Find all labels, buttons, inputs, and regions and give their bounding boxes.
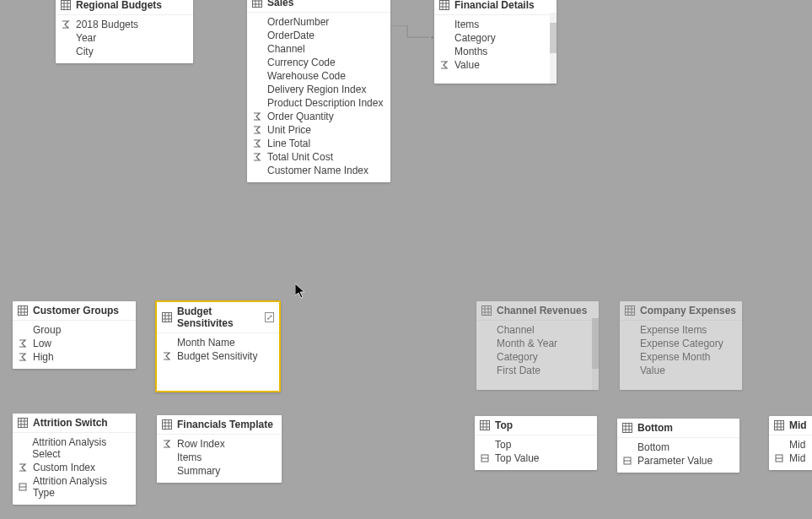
table-header[interactable]: Channel Revenues <box>476 301 599 321</box>
field-row[interactable]: City <box>59 45 190 58</box>
table-header[interactable]: Attrition Switch <box>13 414 136 433</box>
scrollbar-thumb[interactable] <box>550 23 557 53</box>
field-row[interactable]: Items <box>160 451 278 464</box>
field-row[interactable]: Delivery Region Index <box>250 83 387 96</box>
table-header[interactable]: Regional Budgets <box>56 0 193 15</box>
field-row[interactable]: Unit Price <box>250 123 387 137</box>
field-row[interactable]: Expense Category <box>623 337 739 350</box>
table-header[interactable]: Bottom <box>617 419 739 438</box>
field-row[interactable]: 2018 Budgets <box>59 18 190 31</box>
table-bottom[interactable]: Bottom Bottom Parameter Value <box>617 419 739 473</box>
field-label: Product Description Index <box>267 97 383 109</box>
expand-icon[interactable]: ⤢ <box>265 312 274 322</box>
field-label: Mid <box>789 439 805 451</box>
field-row[interactable]: Expense Items <box>623 323 739 337</box>
table-sales[interactable]: Sales OrderNumber OrderDate Channel Curr… <box>247 0 390 182</box>
table-company-expenses[interactable]: Company Expenses Expense Items Expense C… <box>620 301 742 390</box>
sigma-icon <box>18 353 28 361</box>
field-row[interactable]: Product Description Index <box>250 96 387 110</box>
table-icon <box>162 312 172 322</box>
fields-list: Group Low High <box>13 321 136 369</box>
field-label: Top <box>495 439 511 451</box>
field-row[interactable]: Mid <box>772 438 812 451</box>
param-icon <box>774 454 784 462</box>
field-row[interactable]: Parameter Value <box>621 454 736 468</box>
table-header[interactable]: Financial Details <box>434 0 557 15</box>
field-row[interactable]: Items <box>438 18 553 31</box>
table-title: Mid <box>789 419 807 431</box>
field-row[interactable]: OrderNumber <box>250 15 387 29</box>
field-row[interactable]: OrderDate <box>250 29 387 42</box>
field-label: Custom Index <box>33 462 95 473</box>
field-row[interactable]: Category <box>480 350 595 364</box>
table-attrition-switch[interactable]: Attrition Switch Attrition Analysis Sele… <box>13 414 136 505</box>
field-row[interactable]: Warehouse Code <box>250 69 387 83</box>
fields-list: Attrition Analysis Select Custom Index A… <box>13 433 136 505</box>
field-row[interactable]: Total Unit Cost <box>250 150 387 164</box>
svg-rect-26 <box>482 306 492 316</box>
table-header[interactable]: Sales <box>247 0 390 13</box>
table-channel-revenues[interactable]: Channel Revenues Channel Month & Year Ca… <box>476 301 599 390</box>
svg-rect-55 <box>623 424 632 433</box>
table-header[interactable]: Financials Template <box>157 415 282 435</box>
field-row[interactable]: Summary <box>160 464 278 478</box>
field-row[interactable]: Expense Month <box>623 350 739 364</box>
field-row[interactable]: Top Value <box>478 451 594 465</box>
field-row[interactable]: Bottom <box>621 441 736 454</box>
field-label: City <box>76 46 94 57</box>
table-header[interactable]: Budget Sensitivites ⤢ <box>157 302 279 333</box>
field-row[interactable]: Group <box>16 323 132 337</box>
field-row[interactable]: Channel <box>250 42 387 56</box>
field-row[interactable]: Attrition Analysis Select <box>16 435 132 461</box>
fields-list: Row Index Items Summary <box>157 435 282 483</box>
field-row[interactable]: Mid <box>772 451 812 465</box>
field-row[interactable]: Value <box>438 58 553 72</box>
field-row[interactable]: Currency Code <box>250 56 387 69</box>
field-label: Warehouse Code <box>267 70 346 82</box>
field-row[interactable]: High <box>16 350 132 364</box>
table-budget-sensitivities[interactable]: Budget Sensitivites ⤢ Month Name Budget … <box>155 300 281 392</box>
field-row[interactable]: Budget Sensitivity <box>160 349 276 363</box>
sigma-icon <box>252 139 262 148</box>
field-row[interactable]: Attrition Analysis Type <box>16 474 132 500</box>
scrollbar[interactable] <box>592 318 599 390</box>
fields-list: 2018 Budgets Year City <box>56 15 193 63</box>
field-row[interactable]: Year <box>59 31 190 45</box>
field-row[interactable]: Month & Year <box>480 337 595 350</box>
table-top[interactable]: Top Top Top Value <box>475 416 597 470</box>
field-label: Attrition Analysis Select <box>32 436 131 460</box>
field-row[interactable]: Category <box>438 31 553 45</box>
field-row[interactable]: Line Total <box>250 137 387 150</box>
table-customer-groups[interactable]: Customer Groups Group Low High <box>13 301 136 369</box>
table-icon <box>18 418 28 428</box>
table-header[interactable]: Top <box>475 416 597 435</box>
field-row[interactable]: Months <box>438 45 553 58</box>
scrollbar[interactable] <box>550 13 557 84</box>
scrollbar-thumb[interactable] <box>592 318 599 369</box>
field-row[interactable]: Custom Index <box>16 461 132 474</box>
svg-rect-31 <box>626 306 635 316</box>
field-row[interactable]: Value <box>623 364 739 377</box>
table-header[interactable]: Mid <box>769 416 812 435</box>
model-canvas[interactable]: Regional Budgets 2018 Budgets Year City … <box>0 0 812 519</box>
field-row[interactable]: Order Quantity <box>250 110 387 123</box>
field-row[interactable]: Month Name <box>160 336 276 349</box>
sigma-icon <box>252 126 262 134</box>
field-row[interactable]: First Date <box>480 364 595 377</box>
table-financials-template[interactable]: Financials Template Row Index Items Summ… <box>157 415 282 483</box>
svg-rect-10 <box>440 1 449 10</box>
field-row[interactable]: Customer Name Index <box>250 164 387 177</box>
field-row[interactable]: Top <box>478 438 594 451</box>
field-label: Expense Items <box>640 324 707 336</box>
svg-rect-62 <box>775 421 784 430</box>
field-label: Customer Name Index <box>267 165 368 176</box>
field-row[interactable]: Channel <box>480 323 595 337</box>
table-title: Regional Budgets <box>76 0 162 11</box>
table-regional-budgets[interactable]: Regional Budgets 2018 Budgets Year City <box>56 0 193 63</box>
field-row[interactable]: Low <box>16 337 132 350</box>
field-row[interactable]: Row Index <box>160 437 278 451</box>
table-header[interactable]: Customer Groups <box>13 301 136 321</box>
table-mid[interactable]: Mid Mid Mid <box>769 416 812 470</box>
table-financial-details[interactable]: Financial Details Items Category Months … <box>434 0 557 84</box>
table-header[interactable]: Company Expenses <box>620 301 742 321</box>
